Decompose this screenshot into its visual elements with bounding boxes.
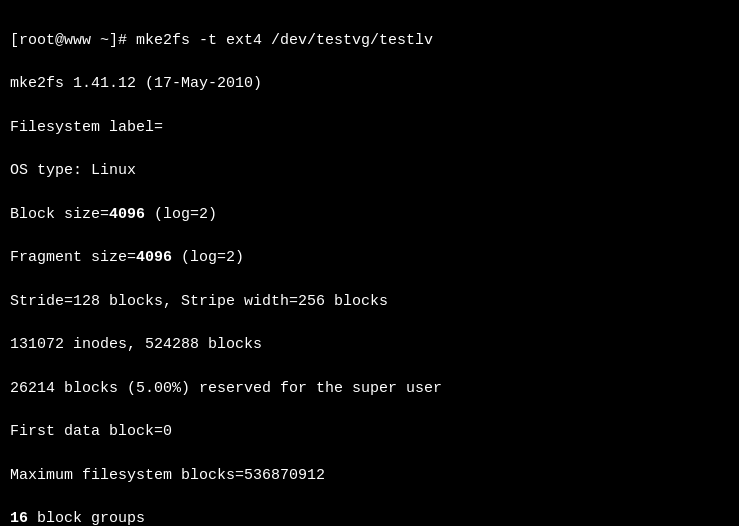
frag-size-value: 4096 xyxy=(136,249,172,266)
inodes-line: 131072 inodes, 524288 blocks xyxy=(10,336,262,353)
first-data-line: First data block=0 xyxy=(10,423,172,440)
command-line: [root@www ~]# mke2fs -t ext4 /dev/testvg… xyxy=(10,32,433,49)
block-groups-value: 16 xyxy=(10,510,28,526)
terminal-output: [root@www ~]# mke2fs -t ext4 /dev/testvg… xyxy=(10,8,729,526)
version-line: mke2fs 1.41.12 (17-May-2010) xyxy=(10,75,262,92)
os-type-line: OS type: Linux xyxy=(10,162,136,179)
max-fs-line: Maximum filesystem blocks=536870912 xyxy=(10,467,325,484)
frag-size-line: Fragment size=4096 (log=2) xyxy=(10,249,244,266)
block-groups-line: 16 block groups xyxy=(10,510,145,526)
block-size-value: 4096 xyxy=(109,206,145,223)
fs-label-line: Filesystem label= xyxy=(10,119,163,136)
stride-line: Stride=128 blocks, Stripe width=256 bloc… xyxy=(10,293,388,310)
block-size-line: Block size=4096 (log=2) xyxy=(10,206,217,223)
reserved-line: 26214 blocks (5.00%) reserved for the su… xyxy=(10,380,442,397)
